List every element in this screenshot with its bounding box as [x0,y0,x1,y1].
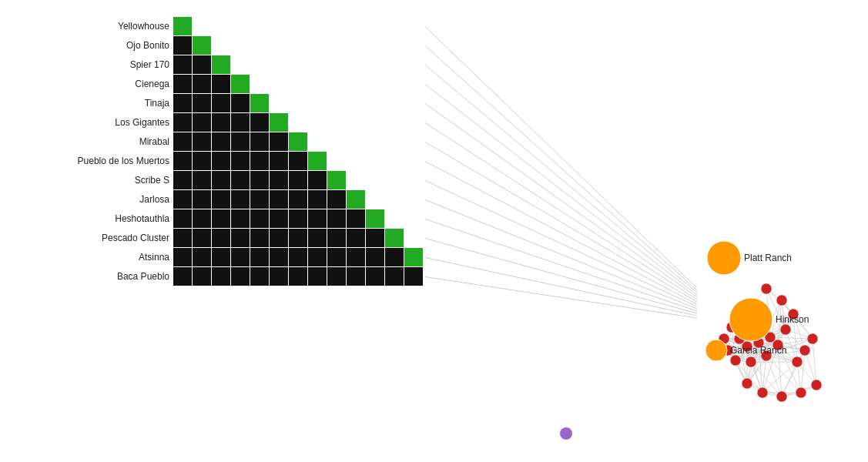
network-node-red[interactable] [761,283,772,294]
matrix-cell [193,152,211,170]
connection-line [425,239,697,314]
network-node-orange[interactable] [707,241,741,275]
matrix-cell [173,209,192,228]
matrix-cell [327,209,346,228]
matrix-cell [327,171,346,189]
connection-line [425,258,697,316]
network-node-red[interactable] [730,355,741,366]
matrix-cell [366,229,384,247]
connection-line [425,65,697,293]
matrix-cell [270,113,288,132]
matrix-cell [385,229,404,247]
matrix-cell [193,229,211,247]
matrix-cell [270,229,288,247]
matrix-cell [231,94,250,112]
network-node-orange[interactable] [729,298,772,341]
matrix-cell [347,190,365,209]
network-node-red[interactable] [757,387,768,398]
network-node-red[interactable] [742,378,752,389]
network-node-red[interactable] [780,324,791,335]
matrix-cell [347,248,365,266]
network-node-red[interactable] [746,357,756,367]
matrix-cell [308,152,327,170]
matrix-cell [250,190,269,209]
matrix-cell [173,75,192,93]
matrix-cell [231,171,250,189]
matrix-cell [270,267,288,286]
matrix-cell [308,209,327,228]
matrix-cell [212,94,230,112]
row-label: Mirabal [139,136,169,147]
network-edge [813,339,816,385]
matrix-cell [385,248,404,266]
matrix-cell [212,267,230,286]
network-node-red[interactable] [811,380,822,390]
connection-line [425,200,697,310]
matrix-cell [231,190,250,209]
matrix-cell [173,94,192,112]
row-label: Los Gigantes [115,117,169,128]
network-node-red[interactable] [776,295,787,306]
matrix-cell [366,209,384,228]
row-label: Ojo Bonito [126,40,169,51]
row-label: Yellowhouse [118,21,169,32]
network-node-orange[interactable] [705,340,727,361]
network-node-red[interactable] [807,333,818,344]
matrix-cell [250,248,269,266]
matrix-cell [231,267,250,286]
matrix-cell [193,55,211,74]
matrix-cell [270,171,288,189]
matrix-cell [289,209,307,228]
matrix-cell [270,190,288,209]
matrix-cell [231,113,250,132]
matrix-cell [327,190,346,209]
matrix-cell [327,229,346,247]
matrix-cell [308,171,327,189]
row-label: Scribe S [135,175,169,186]
matrix-cell [173,152,192,170]
row-label: Baca Pueblo [117,271,169,282]
matrix-cell [366,248,384,266]
row-label: Spier 170 [130,59,170,70]
node-label: Platt Ranch [744,253,792,263]
connection-line [425,123,697,300]
matrix-cell [212,55,230,74]
network-node-red[interactable] [796,387,806,398]
connection-line [425,85,697,296]
network-node-red[interactable] [776,391,787,402]
matrix-cell [289,152,307,170]
matrix-cell [289,267,307,286]
row-label: Pueblo de los Muertos [78,156,169,166]
matrix-cell [193,36,211,55]
matrix-cell [231,229,250,247]
matrix-cell [250,171,269,189]
matrix-cell [327,248,346,266]
row-label: Pescado Cluster [102,233,169,243]
matrix-cell [308,267,327,286]
matrix-cell [212,152,230,170]
row-label: Heshotauthla [115,213,169,224]
matrix-cell [173,132,192,151]
network-node-red[interactable] [799,345,810,356]
matrix-cell [231,132,250,151]
matrix-cell [250,267,269,286]
matrix-cell [308,229,327,247]
network-node-red[interactable] [792,357,803,367]
row-label: Jarlosa [139,194,169,205]
matrix-cell [193,190,211,209]
node-label: Hinkson [776,314,809,325]
matrix-cell [289,248,307,266]
matrix-cell [308,190,327,209]
matrix-cell [289,190,307,209]
matrix-cell [270,248,288,266]
matrix-cell [173,190,192,209]
purple-dot[interactable] [560,427,572,440]
matrix-cell [385,267,404,286]
matrix-cell [250,152,269,170]
matrix-cell [212,229,230,247]
matrix-cell [250,209,269,228]
matrix-cell [173,113,192,132]
matrix-cell [250,113,269,132]
matrix-cell [347,267,365,286]
matrix-cell [173,17,192,35]
